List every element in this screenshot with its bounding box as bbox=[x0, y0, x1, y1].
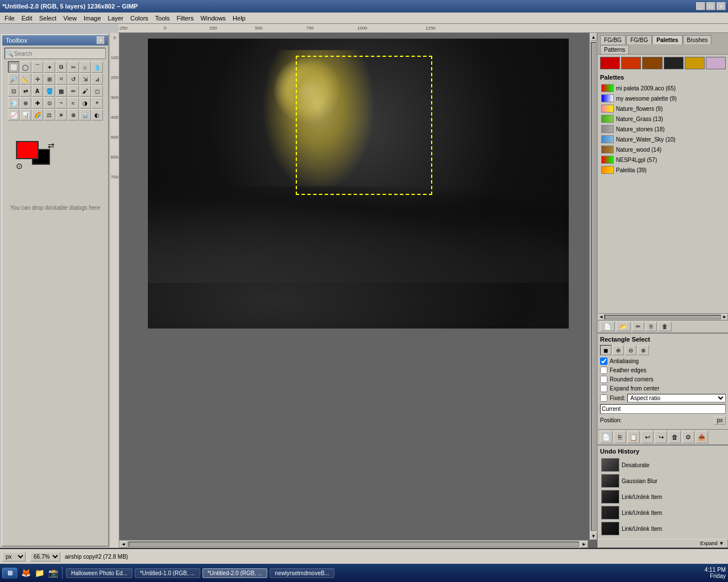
palette-edit-button[interactable]: ✏ bbox=[632, 322, 644, 331]
vertical-scrollbar[interactable]: ▲ ▼ bbox=[589, 33, 597, 540]
palette-item-1[interactable]: my awesome palette (9) bbox=[600, 93, 726, 103]
swatch-5[interactable] bbox=[706, 57, 726, 69]
menu-view[interactable]: View bbox=[60, 14, 80, 23]
antialiasing-checkbox[interactable] bbox=[600, 357, 607, 365]
tool-curves[interactable]: 📈 bbox=[8, 109, 19, 120]
menu-windows[interactable]: Windows bbox=[197, 14, 229, 23]
palette-new-button[interactable]: 📄 bbox=[600, 322, 615, 331]
tab-fg-bg-1[interactable]: FG/BG bbox=[600, 35, 626, 44]
tool-desaturate[interactable]: ◐ bbox=[92, 109, 103, 120]
taskbar-btn-1[interactable]: *Untitled-1.0 (RGB, ... bbox=[135, 568, 200, 578]
status-zoom-select[interactable]: 66.7% 50% 75% 100% bbox=[30, 552, 60, 562]
tool-align[interactable]: ⊞ bbox=[44, 73, 55, 85]
tool-by-color[interactable]: ⧉ bbox=[56, 61, 67, 73]
menu-edit[interactable]: Edit bbox=[18, 14, 36, 23]
palette-duplicate-button[interactable]: ⎘ bbox=[646, 322, 657, 331]
tool-measure[interactable]: 📐 bbox=[20, 73, 31, 85]
tool-perspective[interactable]: ⊡ bbox=[8, 85, 19, 97]
taskbar-btn-0[interactable]: Halloween Photo Ed... bbox=[66, 568, 133, 578]
action-redo-icon[interactable]: ↪ bbox=[655, 431, 667, 443]
history-item-3[interactable]: Link/Unlink Item bbox=[600, 505, 726, 521]
start-button[interactable]: ⊞ bbox=[2, 568, 18, 579]
tool-rect-select[interactable]: ⬜ bbox=[8, 61, 19, 73]
tool-hue-sat[interactable]: 🌈 bbox=[32, 109, 43, 120]
palette-item-7[interactable]: NESP4Lgpl (57) bbox=[600, 155, 726, 165]
tool-paintbrush[interactable]: 🖌 bbox=[80, 85, 91, 97]
action-undo-icon[interactable]: ↩ bbox=[641, 431, 653, 443]
mode-add[interactable]: ⊕ bbox=[613, 345, 624, 355]
tool-brightness[interactable]: ☀ bbox=[56, 109, 67, 120]
palette-item-4[interactable]: Nature_stones (18) bbox=[600, 124, 726, 134]
tool-move[interactable]: ✛ bbox=[32, 73, 43, 85]
tool-threshold[interactable]: ⊗ bbox=[68, 109, 79, 120]
scroll-thumb-h[interactable] bbox=[129, 542, 579, 547]
scroll-right-button[interactable]: ► bbox=[580, 541, 588, 548]
toolbox-close-button[interactable]: × bbox=[97, 36, 105, 44]
tool-shear[interactable]: ⊿ bbox=[92, 73, 103, 85]
scroll-left-button[interactable]: ◄ bbox=[119, 541, 127, 548]
menu-layer[interactable]: Layer bbox=[105, 14, 127, 23]
tool-perspective-clone[interactable]: ⊙ bbox=[44, 97, 55, 109]
menu-filters[interactable]: Filters bbox=[173, 14, 197, 23]
swatch-1[interactable] bbox=[621, 57, 641, 69]
reset-colors-icon[interactable]: ⊙ bbox=[16, 161, 23, 171]
palette-item-8[interactable]: Paletita (39) bbox=[600, 165, 726, 175]
fixed-checkbox[interactable] bbox=[600, 394, 607, 402]
swatch-0[interactable] bbox=[600, 57, 620, 69]
tool-text[interactable]: A bbox=[32, 85, 43, 97]
status-unit-select[interactable]: px mm cm in bbox=[2, 552, 26, 562]
palette-item-6[interactable]: Nature_wood (14) bbox=[600, 144, 726, 155]
tool-crop[interactable]: ⌗ bbox=[56, 73, 67, 85]
menu-select[interactable]: Select bbox=[36, 14, 60, 23]
tab-palettes[interactable]: Palettes bbox=[652, 35, 682, 44]
menu-image[interactable]: Image bbox=[80, 14, 105, 23]
taskbar-icon-2[interactable]: 📸 bbox=[47, 567, 59, 579]
swatch-3[interactable] bbox=[664, 57, 684, 69]
palette-item-0[interactable]: mi paleta 2009.aco (65) bbox=[600, 83, 726, 93]
action-settings-icon[interactable]: ⚙ bbox=[682, 431, 694, 443]
foreground-color[interactable] bbox=[16, 141, 39, 159]
action-delete-icon[interactable]: 🗑 bbox=[668, 431, 681, 443]
tool-heal[interactable]: ✚ bbox=[32, 97, 43, 109]
palette-scroll-left[interactable]: ◄ bbox=[598, 314, 605, 321]
tool-warp[interactable]: ⌖ bbox=[92, 97, 103, 109]
tool-colorize[interactable]: ⚖ bbox=[44, 109, 55, 120]
tool-eraser[interactable]: ◻ bbox=[92, 85, 103, 97]
aspect-input[interactable] bbox=[600, 404, 726, 414]
tab-patterns[interactable]: Patterns bbox=[600, 45, 629, 54]
tool-smudge[interactable]: ≈ bbox=[68, 97, 79, 109]
tool-posterize[interactable]: 🔬 bbox=[80, 109, 91, 120]
tool-fuzzy-select[interactable]: ✦ bbox=[44, 61, 55, 73]
scroll-thumb-v[interactable] bbox=[591, 42, 597, 531]
menu-help[interactable]: Help bbox=[229, 14, 249, 23]
expand-from-center-checkbox[interactable] bbox=[600, 385, 607, 392]
tool-pencil[interactable]: ✏ bbox=[68, 85, 79, 97]
mode-replace[interactable]: ◼ bbox=[600, 345, 611, 355]
tool-search-bar[interactable]: 🔍 bbox=[5, 48, 106, 59]
tool-scissors[interactable]: ✂ bbox=[68, 61, 79, 73]
tab-fg-bg-2[interactable]: FG/BG bbox=[626, 35, 652, 44]
action-copy-icon[interactable]: ⎘ bbox=[614, 431, 626, 443]
taskbar-icon-0[interactable]: 🦊 bbox=[20, 567, 31, 579]
tool-flip[interactable]: ⇄ bbox=[20, 85, 31, 97]
mode-intersect[interactable]: ⊗ bbox=[638, 345, 649, 355]
tool-ellipse-select[interactable]: ◯ bbox=[20, 61, 31, 73]
scroll-up-button[interactable]: ▲ bbox=[590, 33, 597, 41]
tool-colorpicker[interactable]: 💧 bbox=[92, 61, 103, 73]
fixed-select[interactable]: Aspect ratio Width Height Size bbox=[627, 394, 726, 402]
palette-scroll-horizontal[interactable]: ◄ ► bbox=[598, 313, 728, 320]
horizontal-scrollbar[interactable]: ◄ ► bbox=[119, 540, 588, 548]
mode-subtract[interactable]: ⊖ bbox=[625, 345, 636, 355]
tool-blur-sharpen[interactable]: ~ bbox=[56, 97, 67, 109]
history-item-4[interactable]: Link/Unlink Item bbox=[600, 521, 726, 537]
swatch-2[interactable] bbox=[642, 57, 662, 69]
palette-open-button[interactable]: 📂 bbox=[616, 322, 631, 331]
palette-item-5[interactable]: Nature_Water_Sky (10) bbox=[600, 134, 726, 144]
taskbar-btn-2[interactable]: *Untitled-2.0 (RGB, ... bbox=[202, 568, 268, 578]
action-new-icon[interactable]: 📄 bbox=[600, 431, 613, 443]
tool-bucket-fill[interactable]: 🪣 bbox=[44, 85, 55, 97]
action-paste-icon[interactable]: 📋 bbox=[627, 431, 640, 443]
tool-scale[interactable]: ⇲ bbox=[80, 73, 91, 85]
tool-search-input[interactable] bbox=[14, 51, 104, 57]
minimize-button[interactable]: _ bbox=[696, 2, 705, 10]
